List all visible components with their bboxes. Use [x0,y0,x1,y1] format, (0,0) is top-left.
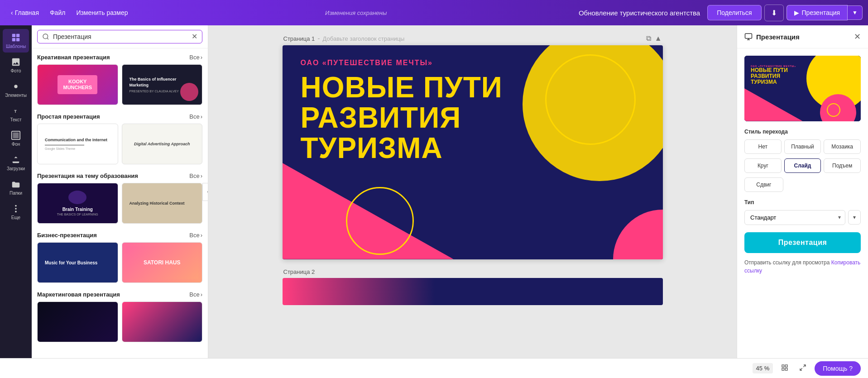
back-arrow-icon: ‹ [11,9,13,16]
sidebar-item-folders[interactable]: Папки [3,176,29,199]
svg-rect-0 [12,34,15,37]
svg-text:T: T [14,109,17,114]
sidebar-item-templates[interactable]: Шаблоны [3,29,29,53]
sidebar-item-background[interactable]: Фон [3,127,29,150]
slide2-wrapper: Страница 2 [283,268,663,305]
template-brain[interactable]: Brain Training THE BASICS OF LEARNING [37,183,118,224]
section-business-all[interactable]: Все › [189,232,202,239]
sidebar-item-more[interactable]: Еще [3,200,29,224]
type-select[interactable]: Стандарт Авторежим Полноэкранный [744,210,845,225]
transition-none[interactable]: Нет [744,139,782,154]
svg-point-8 [15,205,17,207]
template-influencer[interactable]: The Basics of Influencer Marketing PRESE… [122,64,203,105]
brain-sub: THE BASICS OF LEARNING [57,213,98,216]
sidebar-label-more: Еще [11,215,20,220]
page-expand-icon[interactable]: ▲ [655,34,662,43]
template-marketing-1[interactable] [37,301,118,342]
panel-collapse-handle[interactable]: ‹ [202,183,208,201]
sidebar-item-uploads[interactable]: Загрузки [3,151,29,175]
document-title: Обновление туристического агентства [579,9,700,17]
type-extra-button[interactable]: ▾ [848,210,861,225]
section-creative-all[interactable]: Все › [189,54,202,61]
template-satori[interactable]: SATORI HAUS [122,242,203,283]
fullscreen-button[interactable] [796,362,809,375]
sidebar-item-text[interactable]: T Текст [3,102,29,126]
chevron-right-icon2: › [201,113,202,120]
share-button[interactable]: Поделиться [707,5,761,20]
svg-rect-1 [16,34,19,37]
expand-icon [799,364,806,371]
type-section: Тип Стандарт Авторежим Полноэкранный ▾ ▾ [744,199,861,225]
digital-inner: Digital Advertising Approach [126,128,199,160]
download-button[interactable]: ⬇ [764,5,784,21]
template-music[interactable]: Music for Your Business [37,242,118,283]
type-select-wrapper: Стандарт Авторежим Полноэкранный ▾ [744,210,845,225]
transition-rise[interactable]: Подъем [824,158,861,173]
page1-title-input[interactable]: Добавьте заголовок страницы [323,35,405,42]
transition-circle[interactable]: Круг [744,158,782,173]
bottom-bar: 45 % Помощь ? [0,358,868,378]
section-education-header: Презентация на тему образования Все › [37,172,202,179]
section-marketing-all[interactable]: Все › [189,291,202,298]
transition-slide[interactable]: Слайд [784,158,821,173]
transition-mosaic[interactable]: Мозаика [824,139,861,154]
page-copy-icon[interactable]: ⧉ [646,34,651,43]
present-action-button[interactable]: Презентация [744,232,861,253]
section-creative-header: Креативная презентация Все › [37,54,202,61]
comm-inner: Communication and the Internet Google Sl… [41,128,114,160]
slide2-canvas[interactable] [283,278,663,305]
template-kooky[interactable]: KOOKYMUNCHERS [37,64,118,105]
comm-body: Google Slides Theme [45,147,110,150]
comm-title: Communication and the Internet [45,138,110,143]
present-screen-icon: ▶ [794,9,799,16]
file-menu[interactable]: Файл [44,6,71,19]
transition-grid-row3: Сдвиг [744,177,861,192]
section-education-all[interactable]: Все › [189,172,202,179]
uploads-icon [11,155,21,165]
zoom-level: 45 % [753,363,773,373]
background-icon [11,130,21,140]
right-panel-close-button[interactable]: ✕ [854,32,861,42]
link-text: Отправить ссылку для просмотра [744,259,830,266]
template-communication[interactable]: Communication and the Internet Google Sl… [37,124,118,164]
template-marketing-2[interactable] [122,301,203,342]
section-simple-all[interactable]: Все › [189,113,202,120]
templates-icon [11,33,21,43]
sidebar-item-photo[interactable]: Фото [3,53,29,77]
grid-view-button[interactable] [778,362,791,375]
simple-grid: Communication and the Internet Google Sl… [37,124,202,164]
slide1-title-line2: РАЗВИТИЯ [301,101,461,134]
search-clear-button[interactable]: ✕ [192,33,197,40]
slide1-title-line1: НОВЫЕ ПУТИ [301,71,503,104]
sidebar-label-folders: Папки [10,191,22,196]
slide1-canvas[interactable]: ОАО «ПУТЕШЕСТВИЕ МЕЧТЫ» НОВЫЕ ПУТИ РАЗВИ… [283,45,663,259]
right-panel: Презентация ✕ ОАО «ПУТЕШЕСТВИЕ МЕЧТЫ» НО… [737,25,868,358]
svg-point-10 [15,211,17,213]
transition-shift[interactable]: Сдвиг [744,177,783,192]
satori-text: SATORI HAUS [144,259,181,266]
resize-menu[interactable]: Изменить размер [71,6,133,19]
more-icon [11,204,21,214]
present-dropdown-arrow[interactable]: ▼ [848,5,863,20]
chevron-right-icon: › [201,54,202,61]
template-analyzing[interactable]: Analyzing Historical Context [122,183,203,224]
marketing1-inner [38,302,118,342]
page2-header: Страница 2 [283,268,663,275]
template-digital[interactable]: Digital Advertising Approach [122,124,203,164]
section-creative: Креативная презентация Все › KOOKYMUNCHE… [37,54,202,105]
search-input[interactable] [53,33,188,40]
transition-smooth[interactable]: Плавный [784,139,821,154]
slide-thumbnail[interactable]: ОАО «ПУТЕШЕСТВИЕ МЕЧТЫ» НОВЫЕ ПУТИРАЗВИТ… [744,56,861,121]
sidebar-icons: Шаблоны Фото Элементы T Текст [0,25,32,358]
present-button[interactable]: ▶ Презентация [786,5,848,20]
back-button[interactable]: ‹ Главная [5,6,44,19]
sidebar-item-elements[interactable]: Элементы [3,78,29,101]
thumb-small-circle [827,103,840,117]
sidebar-label-background: Фон [12,142,20,147]
analyzing-title: Analyzing Historical Context [129,201,185,206]
section-simple: Простая презентация Все › Communication … [37,113,202,164]
svg-rect-16 [786,368,788,370]
transition-section-label: Стиль перехода [744,129,861,135]
help-button[interactable]: Помощь ? [815,361,861,376]
slide1-wrapper: Страница 1 - Добавьте заголовок страницы… [283,34,663,259]
